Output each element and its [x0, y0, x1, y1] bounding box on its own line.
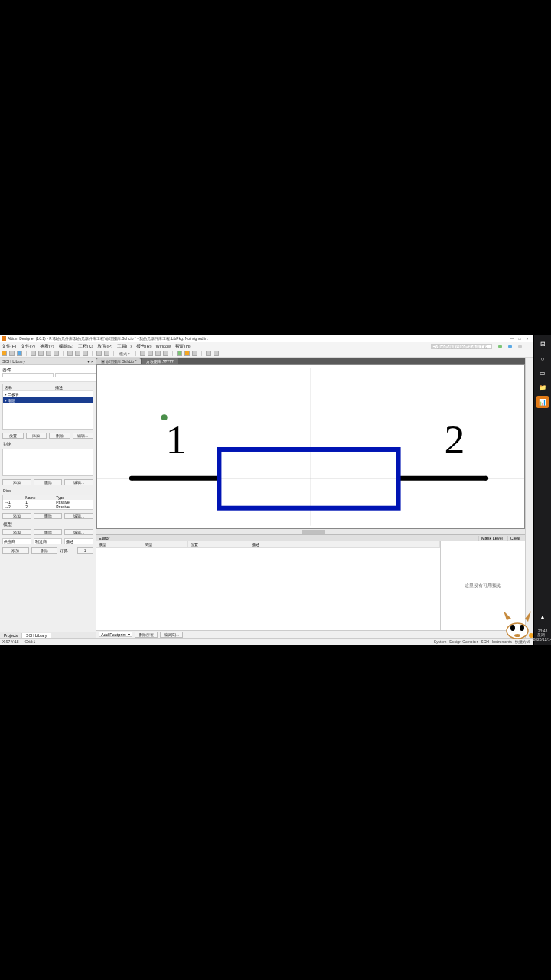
mode-dropdown[interactable]: 模式 ▾: [119, 351, 130, 356]
redo-icon[interactable]: [104, 351, 109, 356]
col-location[interactable]: 位置: [188, 541, 249, 547]
place-icon[interactable]: [177, 351, 182, 356]
altium-icon: [2, 336, 6, 341]
wire-icon[interactable]: [192, 351, 197, 356]
path-search-input[interactable]: F:\我的元件库\我的元器件库工程\...: [431, 344, 492, 349]
menu-edit[interactable]: 编辑(E): [59, 344, 73, 349]
edit-button[interactable]: 编辑...: [73, 433, 94, 439]
close-button[interactable]: ×: [523, 335, 531, 341]
edit-button[interactable]: 编辑...: [64, 479, 93, 485]
cloud-icon[interactable]: [518, 345, 522, 348]
col-model[interactable]: 模型: [96, 541, 142, 547]
schematic-canvas[interactable]: 1 2: [96, 364, 525, 529]
delete-button[interactable]: 删除所在: [135, 632, 158, 638]
filter-label: 器件: [2, 368, 11, 372]
delete-button[interactable]: 删除: [31, 547, 58, 554]
alias-list[interactable]: [2, 449, 93, 476]
nav-next-icon[interactable]: [155, 351, 161, 356]
new-icon[interactable]: [2, 351, 7, 356]
browser-icon[interactable]: [214, 351, 219, 356]
pin-icon[interactable]: [184, 351, 190, 356]
paste-icon[interactable]: [83, 351, 88, 356]
add-button[interactable]: 添加: [2, 513, 31, 519]
delete-button[interactable]: 删除: [34, 479, 63, 485]
rect-icon[interactable]: [206, 351, 211, 356]
horizontal-scrollbar[interactable]: [96, 529, 525, 534]
nav-prev-icon[interactable]: [148, 351, 153, 356]
filter-input[interactable]: [2, 373, 54, 377]
col-header-name[interactable]: 名称: [3, 384, 54, 390]
nav-last-icon[interactable]: [163, 351, 168, 356]
clear-button[interactable]: Clear: [507, 536, 523, 541]
pin-icon[interactable]: ▾ ×: [87, 359, 93, 364]
add-button[interactable]: 添加: [26, 433, 47, 439]
start-button[interactable]: ⊞: [536, 338, 549, 350]
pins-label: Pins: [0, 487, 96, 493]
tool-icon[interactable]: [46, 351, 51, 356]
status-sch[interactable]: SCH: [481, 639, 489, 644]
cut-icon[interactable]: [67, 351, 73, 356]
menu-item[interactable]: 文件(?): [21, 344, 35, 349]
tab-sch-library[interactable]: SCH Library: [22, 633, 51, 638]
col-desc[interactable]: 描述: [249, 541, 440, 547]
col-header-desc[interactable]: 描述: [54, 384, 93, 390]
add-footprint-dropdown[interactable]: Add Footprint ▾: [99, 632, 132, 637]
menu-place[interactable]: 放置(P): [97, 344, 112, 349]
maximize-button[interactable]: □: [516, 335, 523, 341]
status-system[interactable]: System: [434, 639, 447, 644]
model-grid[interactable]: 模型 类型 位置 描述: [96, 541, 441, 630]
qty-stepper[interactable]: 1: [77, 547, 94, 554]
tab-schlib[interactable]: ▣ 原理图库.SchLib *: [96, 358, 141, 364]
edit-button[interactable]: 编辑...: [64, 529, 93, 535]
add-button[interactable]: 添加: [2, 479, 31, 485]
edit-button[interactable]: 编辑...: [64, 513, 93, 519]
refresh-icon[interactable]: [508, 345, 512, 348]
menu-report[interactable]: 报告(R): [136, 344, 152, 349]
mask-level-button[interactable]: Mask Level: [478, 536, 505, 541]
tab-projects[interactable]: Projects: [0, 633, 22, 638]
status-coords: X:97 Y:18: [2, 639, 19, 644]
status-design-compiler[interactable]: Design Compiler: [449, 639, 478, 644]
tray-icon[interactable]: ▲: [536, 609, 549, 623]
scrollbar-thumb[interactable]: [302, 530, 325, 534]
save-icon[interactable]: [17, 351, 22, 356]
toolbar: 模式 ▾: [0, 350, 533, 358]
zoom-out-icon[interactable]: [38, 351, 44, 356]
menu-help[interactable]: 帮助(H): [175, 344, 191, 349]
minimize-button[interactable]: —: [508, 335, 516, 341]
component-list[interactable]: 名称 描述 ▸ 二极管 ▸ 电阻: [2, 384, 93, 430]
menu-item[interactable]: 等看(?): [40, 344, 54, 349]
pins-table[interactable]: Name Type →1 1 Passive →2 2 Passive: [2, 495, 93, 510]
tab-blocklib[interactable]: 方块图库.?????: [142, 358, 178, 364]
open-icon[interactable]: [9, 351, 15, 356]
clock[interactable]: 23:43 星期一 2020/12/14: [533, 629, 551, 645]
col-type[interactable]: 类型: [142, 541, 188, 547]
copy-icon[interactable]: [75, 351, 80, 356]
explorer-icon[interactable]: 📁: [536, 381, 549, 394]
component-row-selected[interactable]: ▸ 电阻: [3, 397, 93, 403]
zoom-icon[interactable]: [31, 351, 36, 356]
cortana-icon[interactable]: ○: [536, 352, 549, 364]
menu-file[interactable]: 文件(F): [2, 344, 16, 349]
add-button[interactable]: 添加: [2, 547, 29, 554]
delete-button[interactable]: 删除: [34, 529, 63, 535]
svg-point-10: [520, 625, 524, 631]
undo-icon[interactable]: [96, 351, 102, 356]
menu-project[interactable]: 工程(C): [78, 344, 93, 349]
taskbar-app-icon[interactable]: 📊: [536, 396, 549, 408]
component-row[interactable]: ▸ 二极管: [3, 391, 93, 397]
nav-first-icon[interactable]: [140, 351, 145, 356]
tool-icon[interactable]: [54, 351, 59, 356]
right-dock[interactable]: [525, 358, 533, 638]
pin-row[interactable]: →2 2 Passive: [3, 505, 93, 509]
menu-window[interactable]: Window: [156, 344, 171, 348]
component-desc: [54, 391, 93, 397]
delete-button[interactable]: 删除: [49, 433, 70, 439]
main-area: ▣ 原理图库.SchLib * 方块图库.????? 1: [96, 358, 525, 638]
add-button[interactable]: 添加: [2, 529, 31, 535]
edit-button[interactable]: 编辑(E)...: [160, 632, 184, 638]
place-button[interactable]: 放置: [2, 433, 24, 439]
delete-button[interactable]: 删除: [34, 513, 63, 519]
taskview-icon[interactable]: ▭: [536, 367, 549, 379]
menu-tools[interactable]: 工具(T): [117, 344, 132, 349]
